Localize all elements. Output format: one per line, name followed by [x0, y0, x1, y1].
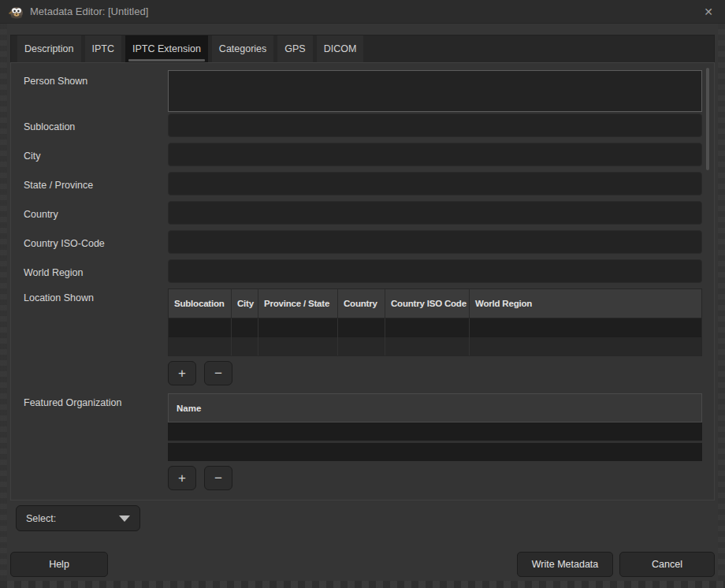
- column-header-province-state[interactable]: Province / State: [258, 289, 338, 318]
- window-edge-right: [718, 24, 725, 588]
- window-edge-bottom: [0, 581, 725, 588]
- select-dropdown[interactable]: Select:: [16, 505, 140, 531]
- column-header-world-region[interactable]: World Region: [470, 289, 701, 318]
- window-title: Metadata Editor: [Untitled]: [30, 6, 148, 17]
- location-remove-button[interactable]: −: [204, 361, 232, 385]
- column-header-city[interactable]: City: [232, 289, 258, 318]
- country-iso-code-input[interactable]: [168, 230, 702, 254]
- sublocation-label: Sublocation: [24, 121, 75, 132]
- organization-add-button[interactable]: +: [168, 466, 196, 490]
- location-shown-table: Sublocation City Province / State Countr…: [168, 288, 702, 356]
- location-table-header: Sublocation City Province / State Countr…: [168, 288, 702, 318]
- table-row[interactable]: [168, 337, 702, 356]
- tab-dicom[interactable]: DICOM: [317, 35, 364, 62]
- window-edge-left: [0, 24, 7, 588]
- tab-iptc[interactable]: IPTC: [85, 35, 121, 62]
- world-region-input[interactable]: [168, 259, 702, 283]
- gimp-wilber-icon: [8, 5, 24, 19]
- tab-description[interactable]: Description: [17, 35, 81, 62]
- state-province-label: State / Province: [24, 180, 93, 191]
- titlebar[interactable]: Metadata Editor: [Untitled] ✕: [0, 0, 725, 24]
- table-row[interactable]: [168, 422, 702, 441]
- country-iso-code-label: Country ISO-Code: [24, 238, 105, 249]
- write-metadata-button[interactable]: Write Metadata: [517, 552, 613, 577]
- close-icon[interactable]: ✕: [700, 3, 717, 20]
- city-label: City: [24, 151, 41, 162]
- vertical-scrollbar[interactable]: [706, 68, 709, 170]
- tab-categories[interactable]: Categories: [212, 35, 273, 62]
- city-input[interactable]: [168, 143, 702, 166]
- column-header-country-iso-code[interactable]: Country ISO Code: [385, 289, 470, 318]
- organization-remove-button[interactable]: −: [204, 466, 232, 490]
- tab-iptc-extension[interactable]: IPTC Extension: [125, 35, 208, 62]
- world-region-label: World Region: [24, 267, 84, 278]
- country-label: Country: [24, 209, 58, 220]
- cancel-button[interactable]: Cancel: [619, 552, 715, 577]
- person-shown-label: Person Shown: [24, 76, 87, 87]
- column-header-country[interactable]: Country: [338, 289, 385, 318]
- table-row[interactable]: [168, 443, 702, 461]
- select-dropdown-label: Select:: [26, 513, 56, 524]
- metadata-editor-dialog: Metadata Editor: [Untitled] ✕ Descriptio…: [0, 0, 725, 588]
- help-button[interactable]: Help: [10, 552, 108, 577]
- table-row[interactable]: [168, 318, 702, 337]
- column-header-name[interactable]: Name: [168, 393, 702, 422]
- featured-organization-label: Featured Organization: [24, 397, 121, 408]
- location-add-button[interactable]: +: [168, 361, 196, 385]
- sublocation-input[interactable]: [168, 114, 702, 137]
- tab-strip: Description IPTC IPTC Extension Categori…: [10, 35, 715, 62]
- chevron-down-icon: [119, 515, 130, 522]
- state-province-input[interactable]: [168, 172, 702, 195]
- person-shown-input[interactable]: [168, 70, 702, 112]
- featured-organization-table: Name: [168, 393, 702, 461]
- location-shown-label: Location Shown: [24, 292, 94, 303]
- iptc-extension-panel: Person Shown Sublocation City State / Pr…: [10, 62, 715, 501]
- column-header-sublocation[interactable]: Sublocation: [169, 289, 232, 318]
- tab-gps[interactable]: GPS: [277, 35, 312, 62]
- country-input[interactable]: [168, 201, 702, 225]
